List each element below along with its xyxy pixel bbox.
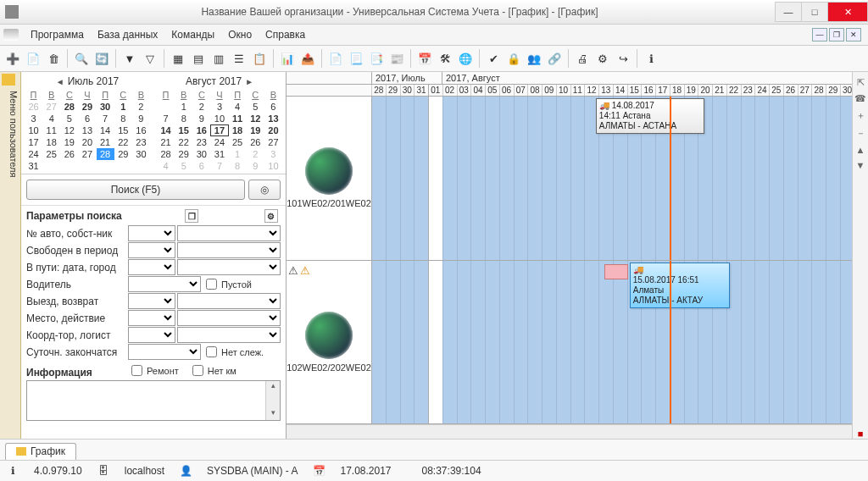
h-scrollbar[interactable] [287, 424, 868, 439]
calendar-day[interactable]: 20 [78, 136, 96, 148]
auto-number-select[interactable] [128, 225, 175, 241]
day-header[interactable]: 17 [655, 85, 670, 96]
owner-select[interactable] [177, 225, 281, 241]
calendar-day[interactable]: 25 [42, 148, 60, 160]
calendar-day[interactable]: 17 [210, 124, 228, 136]
menu-program[interactable]: Программа [24, 27, 91, 42]
tab-chart[interactable]: График [5, 443, 76, 460]
calendar-day[interactable]: 23 [192, 136, 210, 148]
day-header[interactable]: 05 [485, 85, 499, 96]
add-icon[interactable]: ➕ [3, 49, 22, 68]
grid-icon[interactable]: ▦ [169, 49, 187, 68]
calendar-day[interactable]: 13 [78, 124, 96, 136]
cal-prev-icon[interactable]: ◄ [56, 77, 64, 86]
down-icon[interactable]: ▼ [856, 160, 865, 170]
calendar-day[interactable]: 26 [247, 136, 264, 148]
calendar-day[interactable]: 12 [60, 124, 78, 136]
calendar-day[interactable]: 2 [192, 101, 210, 113]
event-2[interactable]: 🚚 15.08.2017 16:51 Алматы АЛМАТЫ - АКТАУ [630, 263, 730, 308]
day-header[interactable]: 29 [386, 85, 400, 96]
calendar-july[interactable]: ◄Июль 2017 ПВСЧПСВ2627282930123456789101… [21, 72, 153, 174]
free-from-select[interactable] [128, 242, 175, 258]
calendar-day[interactable]: 1 [114, 101, 132, 113]
calendar-day[interactable]: 16 [132, 124, 150, 136]
calendar-day[interactable]: 23 [132, 136, 150, 148]
day-header[interactable]: 21 [712, 85, 726, 96]
share-icon[interactable]: ↪ [614, 49, 632, 68]
calendar-day[interactable]: 8 [229, 160, 247, 172]
day-header[interactable]: 09 [542, 85, 556, 96]
calendar-day[interactable]: 31 [210, 148, 228, 160]
calendar-day[interactable]: 16 [192, 124, 210, 136]
calendar-day[interactable]: 18 [229, 124, 247, 136]
calendar-day[interactable]: 7 [97, 113, 114, 124]
filter-icon[interactable]: ▼ [120, 49, 139, 68]
empty-checkbox[interactable] [206, 279, 217, 290]
day-header[interactable]: 31 [414, 85, 428, 96]
settings-params-icon[interactable]: ⚙ [264, 209, 278, 223]
coord-select[interactable] [128, 327, 175, 343]
day-header[interactable]: 13 [598, 85, 613, 96]
gantt-row-2[interactable]: ⚠⚠ 102WE02/202WE02 🚚 15.08.2017 16:51 Ал… [287, 261, 868, 425]
expand-icon[interactable]: ⇱ [857, 77, 865, 88]
calendar-day[interactable]: 4 [157, 160, 175, 172]
driver-select[interactable] [128, 276, 201, 292]
calendar-day[interactable]: 15 [175, 124, 192, 136]
calendar-day[interactable]: 22 [114, 136, 132, 148]
calendar-day[interactable]: 4 [42, 113, 60, 124]
calendar-day[interactable]: 19 [247, 124, 264, 136]
calendar-day[interactable]: 8 [175, 113, 192, 124]
calendar-day[interactable]: 6 [78, 113, 96, 124]
calendar-day[interactable]: 21 [97, 136, 114, 148]
mdi-close-icon[interactable]: ✕ [846, 28, 861, 41]
refresh-icon[interactable]: 🔄 [92, 49, 111, 68]
calendar-day[interactable]: 1 [175, 101, 192, 113]
day-header[interactable]: 15 [627, 85, 642, 96]
calendar-day[interactable]: 20 [264, 124, 282, 136]
day-header[interactable]: 26 [783, 85, 798, 96]
calendar-day[interactable]: 6 [264, 101, 282, 113]
calendar-day[interactable]: 28 [60, 101, 78, 113]
place-select[interactable] [128, 310, 175, 326]
day-header[interactable]: 06 [499, 85, 514, 96]
calendar-day[interactable]: 26 [25, 101, 42, 113]
calendar-day[interactable]: 11 [42, 124, 60, 136]
calendar-day[interactable]: 27 [78, 148, 96, 160]
mdi-min-icon[interactable]: — [812, 28, 827, 41]
target-button[interactable]: ◎ [248, 180, 281, 200]
calendar-day[interactable]: 3 [210, 101, 228, 113]
cards-icon[interactable]: 📋 [250, 49, 269, 68]
calendar-day[interactable]: 30 [192, 148, 210, 160]
calendar-day[interactable]: 30 [132, 148, 150, 160]
filter2-icon[interactable]: ▽ [141, 49, 159, 68]
tools-icon[interactable]: 🛠 [436, 49, 454, 68]
calendar-day[interactable] [60, 160, 78, 172]
zoomout-icon[interactable]: － [856, 127, 865, 140]
phone-icon[interactable]: ☎ [854, 93, 866, 104]
scroll-up-icon[interactable]: ▴ [266, 381, 280, 393]
calendar-day[interactable]: 19 [60, 136, 78, 148]
calendar-day[interactable]: 18 [42, 136, 60, 148]
grid2-icon[interactable]: ▤ [189, 49, 208, 68]
day-header[interactable]: 12 [584, 85, 598, 96]
calendar-day[interactable]: 25 [229, 136, 247, 148]
excel-icon[interactable]: 📊 [278, 49, 297, 68]
day-header[interactable]: 20 [698, 85, 712, 96]
calendar-day[interactable]: 24 [25, 148, 42, 160]
day-header[interactable]: 02 [442, 85, 457, 96]
calendar-day[interactable]: 14 [157, 124, 175, 136]
calendar-day[interactable]: 29 [175, 148, 192, 160]
day-header[interactable]: 30 [400, 85, 415, 96]
doc-icon[interactable]: 📄 [326, 49, 345, 68]
calendar-day[interactable]: 5 [175, 160, 192, 172]
search-button[interactable]: Поиск (F5) [26, 180, 245, 200]
repair-checkbox[interactable] [131, 365, 142, 376]
day-header[interactable]: 08 [527, 85, 542, 96]
copy-icon[interactable]: 📄 [24, 49, 42, 68]
day-header[interactable]: 07 [514, 85, 528, 96]
doc4-icon[interactable]: 📰 [387, 49, 406, 68]
day-header[interactable]: 16 [641, 85, 655, 96]
day-header[interactable]: 04 [470, 85, 485, 96]
calendar-day[interactable]: 27 [42, 101, 60, 113]
calendar-day[interactable]: 6 [192, 160, 210, 172]
